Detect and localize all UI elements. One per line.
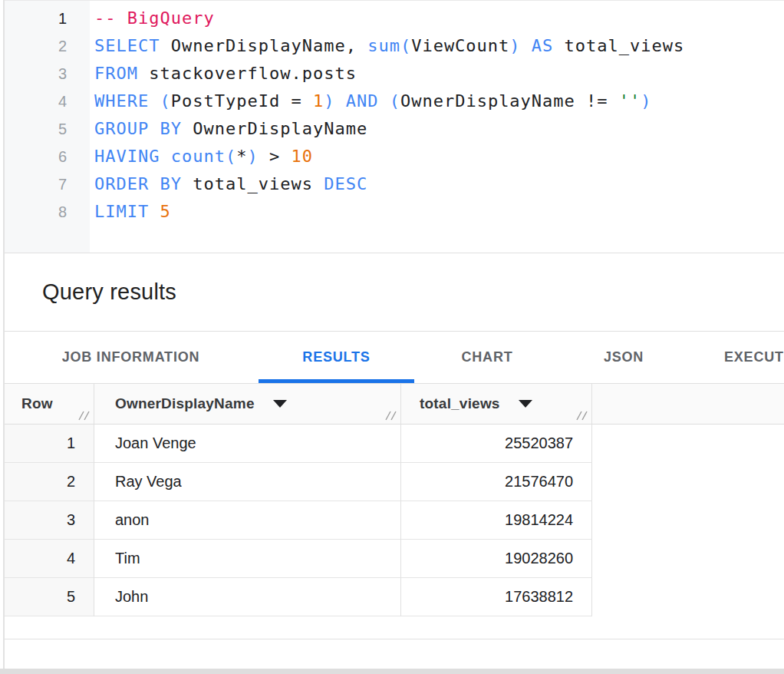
code-text[interactable]: HAVING count(*) > 10	[90, 143, 313, 170]
column-header-row: Row	[5, 384, 94, 424]
code-line: 4WHERE (PostTypeId = 1) AND (OwnerDispla…	[5, 88, 784, 115]
tab-chart[interactable]: CHART	[433, 332, 542, 383]
line-number: 3	[5, 60, 90, 88]
line-number: 7	[5, 170, 90, 198]
code-line: 7ORDER BY total_views DESC	[5, 170, 784, 198]
token-kw: )	[509, 36, 520, 55]
token-com: -- BigQuery	[94, 8, 215, 28]
resize-slashes-icon	[78, 409, 91, 421]
line-number: 1	[5, 5, 90, 32]
token-id	[149, 91, 160, 111]
code-text[interactable]: -- BigQuery	[90, 5, 215, 32]
tab-job-information[interactable]: JOB INFORMATION	[21, 332, 240, 383]
filler-cell	[592, 540, 784, 578]
column-header-total-views: total_views	[401, 384, 592, 424]
resize-slashes-icon	[385, 409, 397, 421]
token-id: OwnerDisplayName,	[160, 36, 367, 55]
token-num: 10	[291, 147, 313, 166]
tab-label: CHART	[462, 349, 513, 365]
filler-cell	[592, 425, 784, 463]
resize-slashes-icon	[576, 409, 588, 421]
token-kw: GROUP BY	[94, 119, 182, 138]
column-resize-handle[interactable]	[385, 408, 397, 421]
token-kw: SELECT	[94, 36, 160, 55]
dropdown-arrow-icon[interactable]	[519, 400, 532, 408]
total-views-cell: 19814224	[401, 501, 592, 540]
token-kw: ORDER BY	[94, 174, 182, 193]
line-number: 4	[5, 88, 90, 115]
code-line: 3FROM stackoverflow.posts	[5, 60, 784, 88]
token-kw: WHERE	[94, 91, 149, 111]
token-kw: )	[324, 91, 334, 111]
token-id	[378, 91, 389, 111]
line-number: 5	[5, 115, 90, 143]
table-row: 5John17638812	[5, 578, 784, 616]
token-kw: HAVING	[94, 147, 160, 166]
code-text[interactable]: LIMIT 5	[90, 198, 171, 226]
column-resize-handle[interactable]	[78, 408, 91, 421]
token-id	[334, 91, 345, 111]
line-number: 2	[5, 32, 90, 60]
owner-name-cell: Joan Venge	[94, 425, 401, 463]
token-id: total_views	[553, 36, 684, 55]
bigquery-results-panel: 1-- BigQuery2SELECT OwnerDisplayName, su…	[0, 0, 784, 674]
token-id: PostTypeId =	[171, 91, 313, 111]
token-id: total_views	[182, 174, 324, 193]
token-kw: count(	[171, 147, 236, 166]
token-id: ViewCount	[411, 36, 509, 55]
code-text[interactable]: SELECT OwnerDisplayName, sum(ViewCount) …	[90, 32, 684, 60]
panel-left-divider	[3, 0, 5, 669]
row-number-cell: 2	[5, 463, 94, 501]
results-table: Row OwnerDisplayName	[5, 384, 784, 639]
token-kw: (	[160, 91, 170, 111]
total-views-cell: 25520387	[401, 425, 592, 463]
page-title: Query results	[42, 279, 176, 305]
tab-results[interactable]: RESULTS	[259, 332, 414, 383]
tab-label: JOB INFORMATION	[62, 349, 200, 365]
column-resize-handle[interactable]	[576, 408, 588, 421]
code-line: 6HAVING count(*) > 10	[5, 143, 784, 170]
code-text[interactable]: ORDER BY total_views DESC	[90, 170, 367, 198]
token-id	[160, 147, 170, 166]
token-kw: LIMIT	[94, 202, 149, 221]
tab-json[interactable]: JSON	[560, 332, 687, 383]
column-header-filler	[592, 384, 784, 424]
token-kw: )	[247, 147, 258, 166]
sql-editor[interactable]: 1-- BigQuery2SELECT OwnerDisplayName, su…	[5, 0, 784, 253]
dropdown-arrow-icon[interactable]	[273, 400, 287, 408]
token-kw: AS	[532, 36, 554, 55]
code-text[interactable]: WHERE (PostTypeId = 1) AND (OwnerDisplay…	[90, 88, 652, 115]
token-kw: FROM	[94, 64, 138, 83]
line-number: 6	[5, 143, 90, 170]
table-bottom-edge	[5, 616, 784, 639]
table-row: 2Ray Vega21576470	[5, 463, 784, 501]
code-text[interactable]: FROM stackoverflow.posts	[90, 60, 357, 88]
column-header-label: Row	[21, 395, 53, 412]
row-number-cell: 3	[5, 501, 94, 540]
token-id: *	[236, 147, 247, 166]
token-id	[149, 202, 160, 221]
token-kw: (	[390, 91, 400, 111]
table-row: 1Joan Venge25520387	[5, 425, 784, 463]
code-lines: 1-- BigQuery2SELECT OwnerDisplayName, su…	[5, 1, 784, 226]
column-header-ownerdisplayname: OwnerDisplayName	[94, 384, 401, 424]
line-number: 8	[5, 198, 90, 226]
owner-name-cell: Ray Vega	[94, 463, 401, 501]
table-header-row: Row OwnerDisplayName	[5, 384, 784, 425]
total-views-cell: 19028260	[401, 540, 592, 578]
tab-execution-details[interactable]: EXECUTION DETAILS	[706, 332, 784, 383]
token-num: 5	[160, 202, 170, 221]
row-number-cell: 4	[5, 540, 94, 578]
filler-cell	[592, 501, 784, 540]
code-text[interactable]: GROUP BY OwnerDisplayName	[90, 115, 367, 143]
tab-bar: JOB INFORMATIONRESULTSCHARTJSONEXECUTION…	[5, 332, 784, 384]
tab-label: JSON	[604, 349, 644, 365]
token-kw: )	[641, 91, 651, 111]
code-line: 2SELECT OwnerDisplayName, sum(ViewCount)…	[5, 32, 784, 60]
total-views-cell: 17638812	[401, 578, 592, 616]
token-kw: sum(	[367, 36, 411, 55]
token-kw: DESC	[324, 174, 367, 193]
horizontal-scrollbar[interactable]	[0, 669, 784, 674]
token-id: >	[259, 147, 292, 166]
code-line: 8LIMIT 5	[5, 198, 784, 226]
